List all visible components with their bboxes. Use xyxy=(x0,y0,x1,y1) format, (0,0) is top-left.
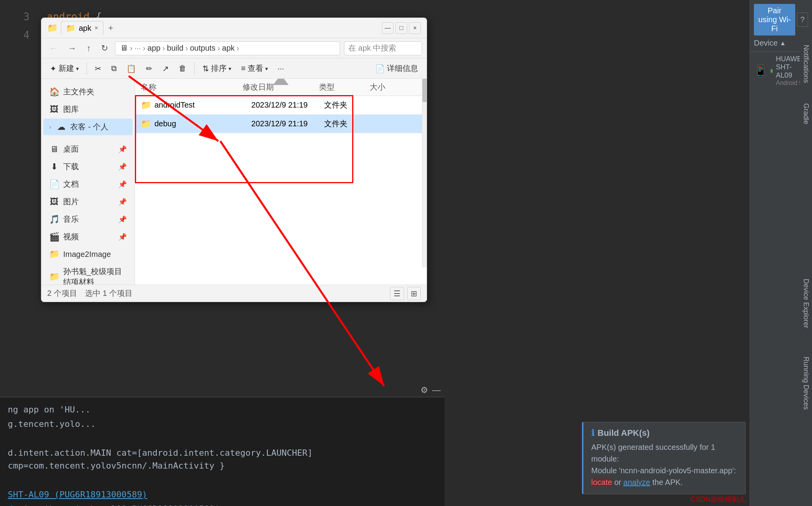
scrollbar-track[interactable] xyxy=(422,79,427,267)
address-path[interactable]: 🖥 › ··· › app › build › outputs › apk › xyxy=(115,41,340,55)
toolbar-separator-1 xyxy=(87,62,87,75)
pictures-icon: 🖼 xyxy=(49,197,59,207)
share-button[interactable]: ↗ xyxy=(158,62,173,76)
file-explorer-window: 📁 📁 apk × + — □ × ← → ↑ ↻ 🖥 › ··· › app … xyxy=(41,18,427,302)
gradle-tab[interactable]: Gradle xyxy=(800,97,812,130)
terminal-device-link[interactable]: SHT-AL09 (PUG6R18913000589) xyxy=(8,490,147,499)
sidebar-downloads-label: 下载 xyxy=(63,161,79,172)
path-build[interactable]: build xyxy=(167,44,183,53)
new-icon: ✦ xyxy=(50,64,57,73)
file-name-debug: debug xyxy=(154,119,251,128)
tab-apk[interactable]: 📁 apk × xyxy=(61,21,103,35)
documents-icon: 📄 xyxy=(49,179,59,189)
path-apk[interactable]: apk xyxy=(222,44,234,53)
terminal-line-1: ng app on 'HU... xyxy=(8,403,437,416)
column-name: 名称 xyxy=(141,82,243,92)
sidebar-music-label: 音乐 xyxy=(63,214,79,225)
sort-icon: ⇅ xyxy=(202,64,209,73)
sidebar-item-cloud[interactable]: › ☁ 衣客 - 个人 xyxy=(43,119,133,135)
sidebar-item-video[interactable]: 🎬 视频 📌 xyxy=(43,228,133,245)
scroll-up-indicator xyxy=(273,79,289,85)
sidebar-item-sunshukui[interactable]: 📁 孙书魁_校级项目结项材料 xyxy=(43,263,133,285)
search-box[interactable]: 在 apk 中搜索 xyxy=(344,41,422,55)
terminal-line-7: device 'huawei-sht-al09-PUG6R18913000589… xyxy=(8,502,437,506)
new-button[interactable]: ✦ 新建 ▾ xyxy=(46,61,83,76)
file-list-area: 名称 修改日期 类型 大小 📁 androidTest 2023/12/9 21… xyxy=(135,79,427,285)
up-button[interactable]: ↑ xyxy=(83,41,94,55)
device-status-dot xyxy=(771,69,773,73)
minimize-button[interactable]: — xyxy=(382,22,394,34)
analyze-link[interactable]: analyze xyxy=(623,478,650,487)
details-icon: 📄 xyxy=(375,64,385,73)
device-explorer-tab[interactable]: Device Explorer xyxy=(800,273,812,334)
path-sep-4: › xyxy=(218,44,220,53)
path-sep-5: › xyxy=(237,44,239,53)
scrollbar-thumb[interactable] xyxy=(422,79,427,102)
table-row[interactable]: 📁 debug 2023/12/9 21:19 文件夹 xyxy=(135,115,427,133)
selected-count: 选中 1 个项目 xyxy=(85,288,133,299)
address-bar: ← → ↑ ↻ 🖥 › ··· › app › build › outputs … xyxy=(41,38,427,58)
sidebar-item-downloads[interactable]: ⬇ 下载 📌 xyxy=(43,158,133,175)
path-outputs[interactable]: outputs xyxy=(190,44,216,53)
help-button[interactable]: ? xyxy=(797,12,808,27)
path-desktop-icon: 🖥 xyxy=(120,44,128,53)
path-ellipsis[interactable]: ··· xyxy=(135,44,141,53)
sidebar-item-documents[interactable]: 📄 文档 📌 xyxy=(43,176,133,193)
rename-button[interactable]: ✏ xyxy=(142,62,156,76)
delete-button[interactable]: 🗑 xyxy=(175,62,190,75)
table-row[interactable]: 📁 androidTest 2023/12/9 21:19 文件夹 xyxy=(135,96,427,115)
view-toggle-button[interactable]: ≡ 查看 ▾ xyxy=(237,61,272,76)
notif-line-3: locate or analyze the APK. xyxy=(591,476,738,488)
refresh-button[interactable]: ↻ xyxy=(98,41,111,55)
running-devices-tab[interactable]: Running Devices xyxy=(800,351,812,416)
minimize-panel-button[interactable]: — xyxy=(432,385,441,395)
view-label: 查看 xyxy=(248,63,263,74)
tab-apk-icon: 📁 xyxy=(66,23,76,33)
sidebar-item-home[interactable]: 🏠 主文件夹 xyxy=(43,83,133,100)
sidebar-item-pictures[interactable]: 🖼 图片 📌 xyxy=(43,193,133,210)
build-notification: ℹ Build APK(s) APK(s) generated successf… xyxy=(582,422,746,494)
tab-apk-label: apk xyxy=(79,24,91,33)
settings-gear-icon[interactable]: ⚙ xyxy=(420,385,428,395)
path-app[interactable]: app xyxy=(147,44,160,53)
maximize-button[interactable]: □ xyxy=(395,22,407,34)
sort-button[interactable]: ⇅ 排序 ▾ xyxy=(199,61,235,76)
tab-close-icon[interactable]: × xyxy=(94,25,98,32)
titlebar: 📁 📁 apk × + — □ × xyxy=(41,18,427,38)
terminal-line-5 xyxy=(8,474,437,487)
new-dropdown-icon: ▾ xyxy=(76,65,79,72)
more-button[interactable]: ··· xyxy=(274,62,288,75)
copy-button[interactable]: ⧉ xyxy=(107,62,121,75)
list-view-button[interactable]: ☰ xyxy=(390,287,404,300)
notification-title: ℹ Build APK(s) xyxy=(591,428,738,438)
column-size: 大小 xyxy=(370,82,421,92)
forward-button[interactable]: → xyxy=(65,41,80,55)
music-icon: 🎵 xyxy=(49,214,59,225)
sidebar-pictures-label: 图片 xyxy=(63,196,79,207)
folder-icon-androidtest: 📁 xyxy=(141,100,151,110)
wifi-pair-button[interactable]: Pair using Wi-Fi xyxy=(754,4,795,35)
cloud-icon: ☁ xyxy=(56,122,66,132)
details-button[interactable]: 📄 详细信息 xyxy=(371,61,422,76)
sidebar-home-label: 主文件夹 xyxy=(63,87,94,97)
details-label: 详细信息 xyxy=(387,63,418,74)
csdn-badge: CSDN@徐州刺儿 xyxy=(691,495,746,504)
sidebar-item-music[interactable]: 🎵 音乐 📌 xyxy=(43,211,133,228)
grid-view-button[interactable]: ⊞ xyxy=(407,287,421,300)
new-tab-button[interactable]: + xyxy=(105,21,117,35)
sidebar-item-image2image[interactable]: 📁 Image2Image xyxy=(43,246,133,262)
sidebar-item-gallery[interactable]: 🖼 图库 xyxy=(43,101,133,118)
file-date-androidtest: 2023/12/9 21:19 xyxy=(251,101,324,110)
cut-button[interactable]: ✂ xyxy=(91,62,105,76)
pin-icon-4: 📌 xyxy=(118,198,127,206)
sidebar-item-desktop[interactable]: 🖥 桌面 📌 xyxy=(43,141,133,157)
close-button[interactable]: × xyxy=(409,22,421,34)
path-sep-1: › xyxy=(143,44,145,53)
paste-button[interactable]: 📋 xyxy=(122,62,140,76)
back-button[interactable]: ← xyxy=(46,41,61,55)
column-type: 类型 xyxy=(319,82,370,92)
notifications-tab[interactable]: Notifications xyxy=(800,39,812,89)
search-placeholder: 在 apk 中搜索 xyxy=(348,43,396,53)
folder-icon-debug: 📁 xyxy=(141,119,151,129)
gallery-icon: 🖼 xyxy=(49,104,59,115)
